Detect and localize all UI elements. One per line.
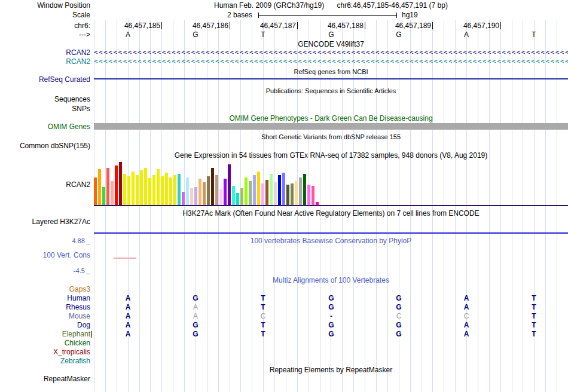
gtex-expression-barchart[interactable] [94, 161, 568, 205]
omim-genes-label[interactable]: OMIM Genes [0, 122, 90, 131]
alignment-row-gaps3[interactable]: Gaps3 [0, 285, 568, 294]
gtex-gene-label[interactable]: RCAN2 [0, 180, 90, 189]
gtex-tissue-bar[interactable] [132, 172, 135, 205]
gtex-tissue-bar[interactable] [102, 187, 105, 205]
ruler-tick-label[interactable]: 46,457,185 [112, 22, 160, 30]
ruler-tick-label[interactable]: 46,457,186 [181, 22, 228, 30]
species-label-elephant[interactable]: Elephant [0, 330, 90, 338]
gtex-tissue-bar[interactable] [291, 183, 294, 205]
gtex-tissue-bar[interactable] [157, 169, 160, 205]
phylop-track-title[interactable]: 100 vertebrates Basewise Conservation by… [94, 237, 568, 245]
alignment-row-human[interactable]: HumanAGTGGAT [0, 294, 568, 303]
refseq-curated-item[interactable] [94, 75, 568, 84]
gene-body-rcan2-coding[interactable]: <<<<<<<<<<<<<<<<<<<<<<<<<<<<<<<<<<<<<<<<… [94, 48, 568, 57]
phylop-signal-row[interactable] [94, 258, 568, 259]
gtex-tissue-bar[interactable] [119, 162, 122, 205]
gtex-tissue-bar[interactable] [169, 177, 172, 205]
gencode-track-title[interactable]: GENCODE V49lift37 [94, 40, 568, 48]
ruler-tick-label[interactable]: 46,457,188 [316, 22, 364, 30]
gtex-tissue-bar[interactable] [144, 168, 147, 205]
gtex-tissue-bar[interactable] [253, 175, 256, 205]
gtex-tissue-bar[interactable] [161, 176, 164, 205]
species-label-dog[interactable]: Dog [0, 321, 90, 329]
gtex-tissue-bar[interactable] [111, 181, 114, 205]
publications-sequences-label[interactable]: Sequences [0, 95, 90, 103]
h3k27ac-signal-row[interactable] [94, 232, 568, 234]
dbsnp-track-label[interactable]: Common dbSNP(155) [0, 142, 90, 150]
ruler-tick-label[interactable]: 46,457,190 [451, 22, 499, 30]
gtex-tissue-bar[interactable] [295, 181, 298, 205]
gtex-tissue-bar[interactable] [148, 178, 151, 205]
phylop-signal[interactable] [114, 258, 136, 259]
gtex-tissue-bar[interactable] [249, 181, 252, 205]
gtex-tissue-bar[interactable] [203, 182, 206, 205]
h3k27ac-track-label[interactable]: Layered H3K27Ac [0, 218, 90, 226]
gene-body-rcan2-noncoding[interactable]: <<<<<<<<<<<<<<<<<<<<<<<<<<<<<<<<<<<<<<<<… [94, 57, 568, 66]
species-label-human[interactable]: Human [0, 294, 90, 302]
dbsnp-track-title[interactable]: Short Genetic Variants from dbSNP releas… [94, 133, 568, 141]
gtex-tissue-bar[interactable] [140, 170, 143, 205]
omim-gene-bar[interactable] [94, 123, 568, 130]
omim-gene-item[interactable] [94, 122, 568, 131]
gtex-tissue-bar[interactable] [199, 179, 201, 205]
repeatmasker-track-title[interactable]: Repeating Elements by RepeatMasker [94, 366, 568, 374]
gtex-tissue-bar[interactable] [127, 176, 130, 205]
alignment-row-dog[interactable]: DogAGTGGAT [0, 321, 568, 330]
ruler-tick-label[interactable]: 46,457,189 [383, 22, 431, 30]
coordinate-ruler[interactable]: 46,457,18546,457,18646,457,18746,457,188… [94, 22, 568, 30]
gtex-tissue-bar[interactable] [278, 175, 281, 205]
gtex-tissue-bar[interactable] [282, 173, 285, 205]
alignment-row-mouse[interactable]: MouseAAC-CCT [0, 312, 568, 321]
gtex-tissue-bar[interactable] [94, 177, 97, 205]
publications-track-title[interactable]: Publications: Sequences in Scientific Ar… [94, 87, 568, 95]
gtex-tissue-bar[interactable] [224, 179, 227, 205]
gene-label-rcan2-coding[interactable]: RCAN2 [0, 48, 90, 57]
multiz-track-title[interactable]: Multiz Alignments of 100 Vertebrates [94, 276, 568, 284]
alignment-row-elephant[interactable]: ElephantAGTGGAT [0, 330, 568, 339]
gtex-tissue-bar[interactable] [190, 188, 193, 205]
species-label-chicken[interactable]: Chicken [0, 339, 90, 347]
gtex-tissue-bar[interactable] [312, 186, 314, 205]
gtex-tissue-bar[interactable] [261, 183, 264, 205]
gtex-tissue-bar[interactable] [106, 168, 109, 205]
gtex-tissue-bar[interactable] [303, 174, 306, 205]
gtex-tissue-bar[interactable] [307, 185, 310, 205]
ruler-tick-label[interactable]: 46,457,187 [248, 22, 296, 30]
gtex-tissue-bar[interactable] [236, 193, 239, 205]
gtex-tissue-bar[interactable] [211, 168, 214, 205]
alignment-row-chicken[interactable]: Chicken [0, 339, 568, 348]
gtex-tissue-bar[interactable] [178, 174, 181, 205]
gtex-tissue-bar[interactable] [152, 175, 155, 205]
gtex-tissue-bar[interactable] [207, 176, 210, 205]
refseq-curated-label[interactable]: RefSeq Curated [0, 75, 90, 84]
alignment-row-x-tropicalis[interactable]: X_tropicalis [0, 348, 568, 357]
gtex-tissue-bar[interactable] [257, 172, 260, 205]
gtex-tissue-bar[interactable] [299, 177, 302, 205]
gtex-tissue-bar[interactable] [265, 180, 268, 205]
alignment-row-rhesus[interactable]: RhesusAATGGAT [0, 303, 568, 312]
gtex-tissue-bar[interactable] [136, 175, 139, 205]
gtex-tissue-bar[interactable] [123, 174, 126, 205]
species-label-rhesus[interactable]: Rhesus [0, 303, 90, 311]
gtex-tissue-bar[interactable] [115, 166, 118, 205]
gtex-tissue-bar[interactable] [165, 173, 168, 205]
species-label-x-tropicalis[interactable]: X_tropicalis [0, 348, 90, 356]
gtex-tissue-bar[interactable] [215, 175, 218, 205]
gtex-track-title[interactable]: Gene Expression in 54 tissues from GTEx … [94, 151, 568, 160]
refseq-gene-line[interactable] [94, 78, 568, 79]
gtex-tissue-bar[interactable] [228, 164, 231, 205]
gene-label-rcan2-noncoding[interactable]: RCAN2 [0, 57, 90, 66]
h3k27ac-track-title[interactable]: H3K27Ac Mark (Often Found Near Active Re… [94, 209, 568, 218]
repeatmasker-track-label[interactable]: RepeatMasker [0, 375, 90, 383]
species-label-mouse[interactable]: Mouse [0, 312, 90, 320]
gtex-tissue-bar[interactable] [270, 174, 273, 205]
gtex-tissue-bar[interactable] [98, 169, 101, 205]
gtex-tissue-bar[interactable] [186, 177, 189, 205]
publications-snps-label[interactable]: SNPs [0, 105, 90, 113]
omim-track-title[interactable]: OMIM Gene Phenotypes - Dark Green Can Be… [94, 114, 568, 122]
gtex-tissue-bar[interactable] [219, 189, 222, 205]
gtex-tissue-bar[interactable] [232, 186, 235, 205]
alignment-row-zebrafish[interactable]: Zebrafish [0, 357, 568, 366]
h3k27ac-signal-line[interactable] [94, 232, 568, 234]
gtex-tissue-bar[interactable] [194, 187, 197, 205]
